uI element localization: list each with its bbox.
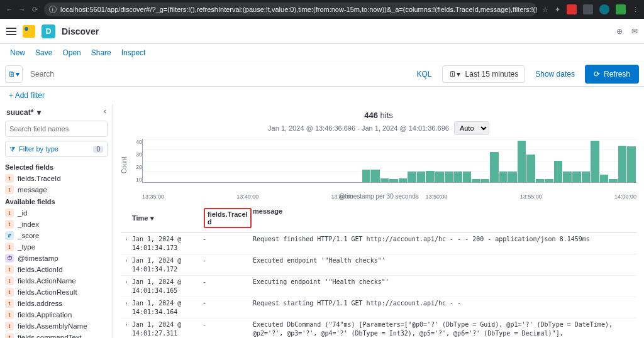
site-info-icon[interactable]: i	[49, 6, 57, 13]
th-time[interactable]: Time ▾	[132, 207, 203, 229]
kql-toggle[interactable]: KQL	[411, 70, 438, 79]
cell-traceid: -	[203, 299, 253, 316]
ext-gray-icon[interactable]	[583, 4, 593, 14]
interval-select[interactable]: Auto	[454, 121, 489, 135]
plot-area	[142, 139, 636, 183]
x-axis-ticks: 13:35:0013:40:0013:45:0013:50:0013:55:00…	[142, 194, 636, 200]
histogram-chart[interactable]: Count 40 30 20 10 13:35:0013:40:0013:45:…	[121, 139, 636, 200]
save-link[interactable]: Save	[35, 48, 52, 57]
browser-chrome: ← → ⟳ i localhost:5601/app/discover#/?_g…	[0, 0, 644, 19]
url-bar[interactable]: i localhost:5601/app/discover#/?_g=(filt…	[44, 3, 537, 16]
field-item[interactable]: tfields.ActionId	[5, 264, 108, 275]
field-item[interactable]: tfields.TraceId	[5, 173, 108, 184]
extension-icon[interactable]: ✦	[555, 6, 560, 14]
field-name: fields.commandText	[18, 334, 82, 338]
inbox-icon[interactable]: ✉	[631, 27, 638, 36]
field-item[interactable]: tfields.Application	[5, 309, 108, 320]
page-title: Discover	[62, 26, 99, 36]
field-name: _id	[18, 209, 27, 217]
field-name: _type	[18, 243, 35, 251]
expand-row-icon[interactable]: ›	[121, 278, 132, 295]
field-type-icon: t	[5, 299, 14, 308]
menu-icon[interactable]: ⋮	[632, 6, 639, 14]
field-type-icon: #	[5, 231, 14, 240]
query-bar: 🗎▾ KQL 🗓▾ Last 15 minutes Show dates ⟳ R…	[0, 62, 644, 87]
y-axis: 40 30 20 10	[130, 139, 142, 192]
discover-badge: D	[42, 25, 55, 38]
content: 446 hits Jan 1, 2024 @ 13:46:36.696 - Ja…	[113, 104, 644, 338]
refresh-icon: ⟳	[594, 70, 600, 79]
field-item[interactable]: tfields.address	[5, 298, 108, 309]
cell-message: Executed endpoint '"Health checks"'	[253, 256, 636, 273]
th-traceid[interactable]: fields.TraceId	[204, 208, 252, 228]
field-type-icon: t	[5, 185, 14, 194]
field-name: fields.ActionId	[18, 266, 63, 273]
cell-time: Jan 1, 2024 @ 14:01:34.173	[132, 235, 203, 252]
index-pattern-switcher[interactable]: suucat* ▾ ‹	[0, 104, 113, 121]
new-link[interactable]: New	[10, 48, 25, 57]
field-item[interactable]: #_score	[5, 230, 108, 241]
ext-green-icon[interactable]	[616, 4, 626, 14]
hamburger-icon[interactable]	[6, 28, 16, 35]
cell-message: Executing endpoint '"Health checks"'	[253, 278, 636, 295]
expand-row-icon[interactable]: ›	[121, 235, 132, 252]
cell-traceid: -	[203, 320, 253, 338]
show-dates-link[interactable]: Show dates	[529, 70, 581, 79]
ext-red-icon[interactable]	[567, 4, 577, 14]
open-link[interactable]: Open	[62, 48, 80, 57]
field-type-icon: t	[5, 243, 14, 251]
query-options-button[interactable]: 🗎▾	[5, 65, 23, 83]
url-text: localhost:5601/app/discover#/?_g=(filter…	[60, 6, 537, 13]
back-icon[interactable]: ←	[5, 5, 14, 14]
field-search-input[interactable]	[5, 121, 108, 137]
reload-icon[interactable]: ⟳	[30, 5, 39, 14]
time-range: Jan 1, 2024 @ 13:46:36.696 - Jan 1, 2024…	[121, 121, 636, 135]
expand-row-icon[interactable]: ›	[121, 320, 132, 338]
ext-teal-icon[interactable]	[599, 4, 609, 14]
collapse-sidebar-icon[interactable]: ‹	[104, 107, 113, 117]
search-input[interactable]	[26, 65, 407, 83]
y-axis-label: Count	[121, 139, 130, 192]
field-item[interactable]: tmessage	[5, 184, 108, 195]
field-item[interactable]: t_type	[5, 241, 108, 253]
add-filter-button[interactable]: + Add filter	[9, 91, 45, 100]
field-item[interactable]: tfields.ActionName	[5, 275, 108, 286]
result-table: Time ▾ fields.TraceId message ›Jan 1, 20…	[121, 204, 636, 338]
table-head: Time ▾ fields.TraceId message	[121, 204, 636, 233]
index-pattern-name: suucat*	[6, 108, 33, 117]
cell-traceid: -	[203, 278, 253, 295]
field-item[interactable]: t_index	[5, 219, 108, 230]
field-name: @timestamp	[18, 254, 58, 262]
field-type-icon: t	[5, 276, 14, 285]
share-link[interactable]: Share	[91, 48, 111, 57]
th-message[interactable]: message	[253, 207, 636, 229]
forward-icon[interactable]: →	[18, 5, 26, 14]
inspect-link[interactable]: Inspect	[121, 48, 146, 57]
table-row: ›Jan 1, 2024 @ 14:01:34.165-Executing en…	[121, 276, 636, 297]
elastic-logo[interactable]	[23, 25, 35, 38]
star-icon[interactable]: ☆	[542, 6, 548, 14]
cell-message: Request finished HTTP/1.1 GET http://acc…	[253, 235, 636, 252]
field-item[interactable]: tfields.commandText	[5, 332, 108, 338]
table-row: ›Jan 1, 2024 @ 14:01:34.173-Request fini…	[121, 233, 636, 254]
field-item[interactable]: tfields.AssemblyName	[5, 320, 108, 332]
chevron-down-icon: ▾	[37, 108, 41, 117]
refresh-button[interactable]: ⟳ Refresh	[585, 65, 639, 84]
sort-desc-icon: ▾	[150, 214, 154, 222]
refresh-label: Refresh	[604, 70, 630, 79]
field-item[interactable]: tfields.ActionResult	[5, 286, 108, 298]
expand-row-icon[interactable]: ›	[121, 299, 132, 316]
field-type-icon: t	[5, 220, 14, 229]
cell-traceid: -	[203, 256, 253, 273]
new-tab-icon[interactable]: ⊕	[616, 27, 623, 36]
sidebar: suucat* ▾ ‹ ⧩ Filter by type 0 Selected …	[0, 104, 113, 338]
cell-time: Jan 1, 2024 @ 14:01:34.164	[132, 299, 203, 316]
date-picker[interactable]: 🗓▾ Last 15 minutes	[442, 65, 526, 83]
field-item[interactable]: ⏱@timestamp	[5, 253, 108, 264]
filter-by-type[interactable]: ⧩ Filter by type 0	[5, 141, 108, 157]
expand-row-icon[interactable]: ›	[121, 256, 132, 273]
cell-message: Executed DbCommand ("74"ms) [Parameters=…	[253, 320, 636, 338]
field-item[interactable]: t_id	[5, 207, 108, 219]
calendar-icon: 🗓▾	[449, 70, 460, 79]
chrome-right: ☆ ✦ ⋮	[542, 4, 639, 14]
